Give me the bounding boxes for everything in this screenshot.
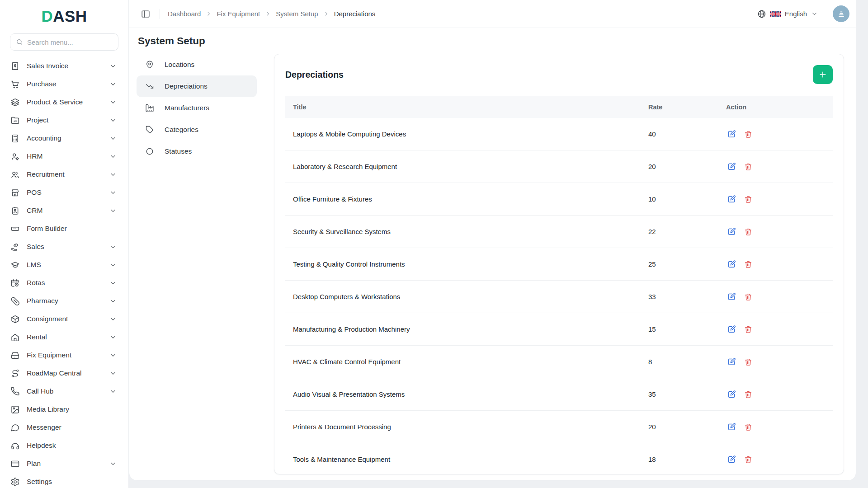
edit-button[interactable] — [726, 259, 737, 270]
edit-pencil-icon — [727, 455, 736, 464]
edit-button[interactable] — [726, 226, 737, 237]
delete-button[interactable] — [743, 422, 754, 432]
subnav-item-categories[interactable]: Categories — [137, 119, 257, 141]
form-input-icon — [10, 224, 20, 234]
sidebar-item-helpdesk[interactable]: Helpdesk — [0, 436, 128, 455]
delete-button[interactable] — [743, 291, 754, 302]
panel-left-icon — [141, 9, 151, 19]
delete-button[interactable] — [743, 129, 754, 140]
sidebar-item-sales-invoice[interactable]: Sales Invoice — [0, 57, 128, 75]
subnav-item-locations[interactable]: Locations — [137, 54, 257, 75]
cell-title: Printers & Document Processing — [285, 423, 648, 431]
package-icon — [10, 314, 20, 324]
uk-flag-icon — [770, 10, 781, 18]
subnav-item-statuses[interactable]: Statuses — [137, 141, 257, 162]
language-label[interactable]: English — [785, 10, 807, 18]
chevron-down-icon — [109, 171, 117, 178]
chevron-down-icon — [109, 117, 117, 124]
delete-button[interactable] — [743, 259, 754, 270]
chevron-down-icon — [109, 261, 117, 268]
sidebar-item-label: Call Hub — [27, 387, 103, 395]
app-logo: DASH — [0, 7, 128, 25]
user-avatar[interactable] — [833, 5, 849, 22]
home-icon — [10, 333, 20, 342]
delete-button[interactable] — [743, 357, 754, 367]
breadcrumb-fix-equipment[interactable]: Fix Equipment — [217, 10, 260, 18]
trash-icon — [744, 130, 752, 138]
cell-rate: 15 — [648, 325, 722, 333]
delete-button[interactable] — [743, 454, 754, 465]
edit-button[interactable] — [726, 291, 737, 302]
delete-button[interactable] — [743, 324, 754, 335]
delete-button[interactable] — [743, 226, 754, 237]
sidebar-item-settings[interactable]: Settings — [0, 473, 128, 488]
sidebar-item-pos[interactable]: POS — [0, 183, 128, 202]
language-chevron-down-icon[interactable] — [811, 10, 818, 17]
sidebar-item-rotas[interactable]: Rotas — [0, 274, 128, 292]
sidebar-item-form-builder[interactable]: Form Builder — [0, 220, 128, 238]
cell-rate: 8 — [648, 358, 722, 366]
sidebar-item-label: LMS — [27, 261, 103, 269]
edit-button[interactable] — [726, 357, 737, 367]
edit-button[interactable] — [726, 194, 737, 205]
app-root: DASH Sales InvoicePurchaseProduct & Serv… — [0, 0, 868, 488]
hard-drive-icon — [10, 351, 20, 360]
sidebar-item-product-service[interactable]: Product & Service — [0, 93, 128, 111]
chevron-down-icon — [109, 297, 117, 305]
cell-title: Security & Surveillance Systems — [285, 228, 648, 235]
delete-button[interactable] — [743, 389, 754, 400]
cell-action — [722, 161, 833, 172]
breadcrumb-dashboard[interactable]: Dashboard — [168, 10, 201, 18]
sidebar-item-recruitment[interactable]: Recruitment — [0, 165, 128, 183]
sidebar-item-accounting[interactable]: Accounting — [0, 129, 128, 147]
subnav-item-depreciations[interactable]: Depreciations — [137, 75, 257, 97]
sidebar-item-plan[interactable]: Plan — [0, 455, 128, 473]
subnav-item-label: Depreciations — [165, 82, 208, 90]
edit-button[interactable] — [726, 422, 737, 432]
sidebar-item-media-library[interactable]: Media Library — [0, 400, 128, 418]
add-depreciation-button[interactable] — [813, 65, 833, 84]
sidebar-toggle-button[interactable] — [139, 8, 152, 20]
table-body: Laptops & Mobile Computing Devices40Labo… — [285, 118, 833, 474]
sidebar-item-call-hub[interactable]: Call Hub — [0, 382, 128, 400]
edit-button[interactable] — [726, 389, 737, 400]
sidebar-item-rental[interactable]: Rental — [0, 328, 128, 346]
sidebar-item-project[interactable]: Project — [0, 111, 128, 129]
globe-icon[interactable] — [757, 9, 766, 19]
image-icon — [10, 405, 20, 414]
breadcrumb-system-setup[interactable]: System Setup — [276, 10, 318, 18]
sidebar-item-fix-equipment[interactable]: Fix Equipment — [0, 346, 128, 364]
users-icon — [10, 170, 20, 179]
sidebar-item-crm[interactable]: CRM — [0, 202, 128, 220]
sidebar-item-sales[interactable]: Sales — [0, 238, 128, 256]
edit-button[interactable] — [726, 324, 737, 335]
sidebar-item-label: Helpdesk — [27, 441, 117, 450]
topbar-divider — [160, 9, 160, 19]
cell-action — [722, 357, 833, 367]
sidebar-item-lms[interactable]: LMS — [0, 256, 128, 274]
edit-button[interactable] — [726, 129, 737, 140]
cell-title: Audio Visual & Presentation Systems — [285, 390, 648, 398]
breadcrumb-depreciations[interactable]: Depreciations — [334, 10, 376, 18]
sidebar-item-pharmacy[interactable]: Pharmacy — [0, 292, 128, 310]
chevron-down-icon — [109, 352, 117, 359]
search-input[interactable] — [27, 38, 113, 46]
chevron-down-icon — [109, 388, 117, 395]
table-row: Printers & Document Processing20 — [285, 411, 833, 443]
layers-icon — [10, 98, 20, 107]
table-row: Office Furniture & Fixtures10 — [285, 183, 833, 216]
edit-pencil-icon — [727, 260, 736, 268]
subnav-item-manufacturers[interactable]: Manufacturers — [137, 97, 257, 119]
sidebar-item-purchase[interactable]: Purchase — [0, 75, 128, 93]
sidebar-item-consignment[interactable]: Consignment — [0, 310, 128, 328]
sidebar-item-messenger[interactable]: Messenger — [0, 418, 128, 436]
delete-button[interactable] — [743, 161, 754, 172]
cell-rate: 25 — [648, 260, 722, 268]
edit-button[interactable] — [726, 454, 737, 465]
sidebar-item-hrm[interactable]: HRM — [0, 147, 128, 165]
sidebar-item-roadmap-central[interactable]: RoadMap Central — [0, 364, 128, 382]
cell-action — [722, 291, 833, 302]
edit-button[interactable] — [726, 161, 737, 172]
delete-button[interactable] — [743, 194, 754, 205]
subnav-item-label: Statuses — [165, 147, 192, 155]
